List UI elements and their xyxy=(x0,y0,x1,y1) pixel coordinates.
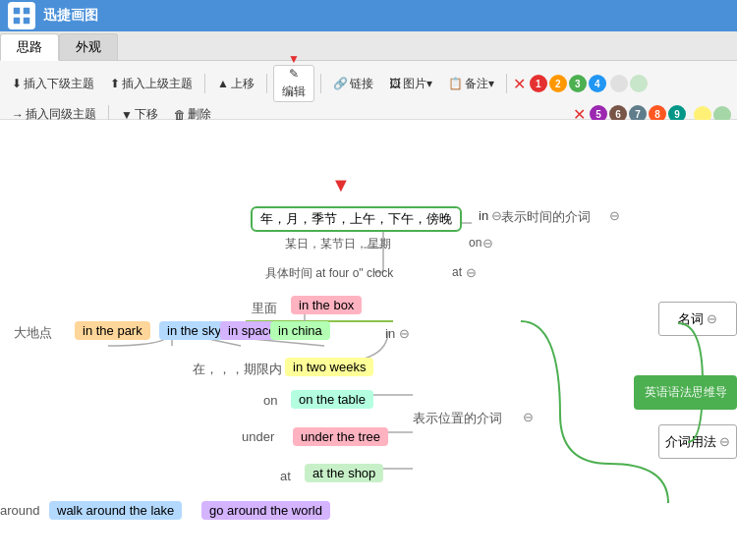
in-the-park-node[interactable]: in the park xyxy=(75,321,150,340)
link-icon: 🔗 xyxy=(333,77,348,90)
on-the-table-node[interactable]: on the table xyxy=(291,390,373,409)
collapse-in2[interactable]: ⊖ xyxy=(399,326,410,341)
dadi-label: 大地点 xyxy=(14,324,52,342)
right-connector-svg xyxy=(0,120,737,560)
jieci-label: 介词用法 xyxy=(665,433,716,451)
insert-super-button[interactable]: ⬆ 插入上级主题 xyxy=(104,74,198,94)
color-btn-3[interactable]: 3 xyxy=(569,75,587,92)
specific-time-label: 具体时间 at four o" clock xyxy=(265,265,393,282)
in-china-node[interactable]: in china xyxy=(270,321,330,340)
svg-rect-3 xyxy=(23,17,30,25)
collapse-time[interactable]: ⊖ xyxy=(609,208,620,223)
note-icon: 📋 xyxy=(448,77,463,90)
collapse-mingci[interactable]: ⊖ xyxy=(707,311,717,326)
edit-pen-icon: ✎ xyxy=(289,67,299,81)
delete-x-button[interactable]: ✕ xyxy=(513,75,526,93)
mingci-label: 名词 xyxy=(678,310,704,328)
move-up-icon: ▲ xyxy=(217,77,229,90)
move-up-button[interactable]: ▲ 上移 xyxy=(211,74,260,94)
under-label: under xyxy=(242,429,274,444)
at-label: at xyxy=(452,265,462,279)
at-label-2: at xyxy=(280,469,291,483)
in-label-1: in xyxy=(479,208,488,223)
separator-2 xyxy=(266,74,267,93)
app-icon xyxy=(8,2,35,29)
color-btn-4[interactable]: 4 xyxy=(589,75,606,92)
toolbar-row-1: ⬇ 插入下级主题 ⬆ 插入上级主题 ▲ 上移 ▼ ✎ 编辑 🔗 链接 xyxy=(6,65,731,102)
mingci-panel[interactable]: 名词 ⊖ xyxy=(658,302,737,336)
separator-1 xyxy=(204,74,205,93)
jieci-panel[interactable]: 介词用法 ⊖ xyxy=(658,424,737,459)
leaf-icons-group xyxy=(610,75,648,92)
go-around-node[interactable]: go around the world xyxy=(201,501,330,520)
limian-label: 里面 xyxy=(252,300,277,317)
main-node[interactable]: 年，月，季节，上午，下午，傍晚 xyxy=(251,206,462,232)
in-label-2: in xyxy=(385,326,395,341)
svg-rect-1 xyxy=(23,7,30,15)
time-preposition-label: 表示时间的介词 xyxy=(501,208,591,226)
collapse-pos[interactable]: ⊖ xyxy=(523,410,534,424)
in-two-weeks-node[interactable]: in two weeks xyxy=(285,358,373,376)
canvas: ▼ 年，月，季节，上午，下午，傍晚 in ⊖ 表示时间的介词 ⊖ 某日，某节日，… xyxy=(0,120,737,560)
on-label: on xyxy=(469,236,482,250)
in-the-sky-node[interactable]: in the sky xyxy=(159,321,229,340)
note-button[interactable]: 📋 备注▾ xyxy=(442,74,500,94)
leaf-1[interactable] xyxy=(610,75,628,92)
under-the-tree-node[interactable]: under the tree xyxy=(293,427,388,446)
in-the-box-node[interactable]: in the box xyxy=(291,296,362,314)
yingyu-label: 英语语法思维导 xyxy=(645,384,727,401)
svg-rect-0 xyxy=(13,7,21,15)
color-buttons-group: 1 2 3 4 xyxy=(530,75,606,92)
leaf-2[interactable] xyxy=(630,75,648,92)
image-icon: 🖼 xyxy=(389,77,401,90)
walk-around-node[interactable]: walk around the lake xyxy=(49,501,182,520)
color-btn-2[interactable]: 2 xyxy=(549,75,567,92)
collapse-on[interactable]: ⊖ xyxy=(482,236,493,251)
tab-bar: 思路 外观 xyxy=(0,31,737,61)
svg-rect-2 xyxy=(13,17,21,25)
tab-waiguan[interactable]: 外观 xyxy=(59,33,118,60)
position-label: 表示位置的介词 xyxy=(413,410,502,427)
insert-sub-icon: ⬇ xyxy=(12,77,22,90)
separator-3 xyxy=(320,74,321,93)
at-the-shop-node[interactable]: at the shop xyxy=(305,464,383,482)
collapse-jieci[interactable]: ⊖ xyxy=(719,434,730,449)
color-btn-1[interactable]: 1 xyxy=(530,75,547,92)
link-button[interactable]: 🔗 链接 xyxy=(327,74,379,94)
on-label-2: on xyxy=(263,393,277,408)
edit-button[interactable]: ▼ ✎ 编辑 xyxy=(273,65,314,102)
app-name: 迅捷画图 xyxy=(43,7,98,25)
around-label: around xyxy=(0,503,39,518)
tab-silu[interactable]: 思路 xyxy=(0,33,59,61)
zai-label: 在，，，期限内 xyxy=(193,361,282,378)
insert-sub-button[interactable]: ⬇ 插入下级主题 xyxy=(6,74,100,94)
image-button[interactable]: 🖼 图片▾ xyxy=(383,74,438,94)
separator-4 xyxy=(506,74,507,93)
insert-super-icon: ⬆ xyxy=(110,77,120,90)
collapse-at[interactable]: ⊖ xyxy=(466,265,477,280)
title-bar: 迅捷画图 xyxy=(0,0,737,31)
red-arrow: ▼ xyxy=(331,174,351,196)
toolbar: ⬇ 插入下级主题 ⬆ 插入上级主题 ▲ 上移 ▼ ✎ 编辑 🔗 链接 xyxy=(0,61,737,120)
connector-svg xyxy=(0,120,737,560)
some-day-label: 某日，某节日，星期 xyxy=(285,236,391,252)
yingyu-panel[interactable]: 英语语法思维导 xyxy=(634,375,737,410)
